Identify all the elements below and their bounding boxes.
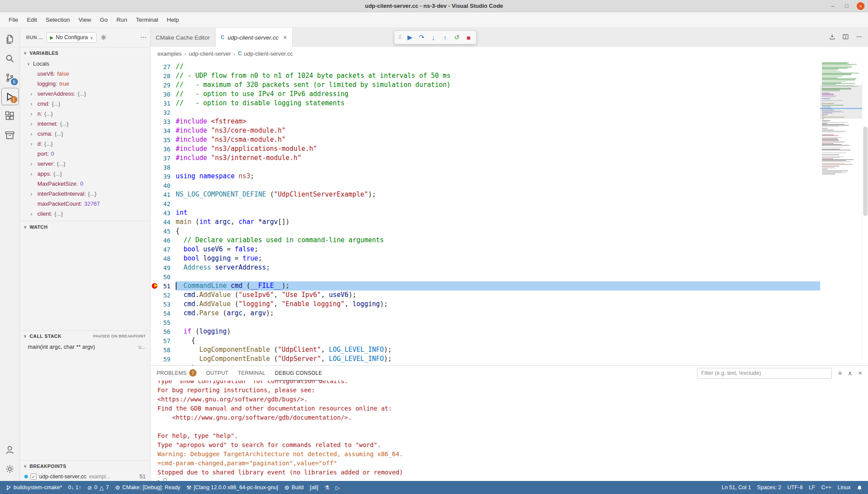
breakpoint-margin[interactable] bbox=[150, 117, 158, 126]
breadcrumb-item[interactable]: examples bbox=[157, 50, 182, 57]
code-line[interactable]: 34#include "ns3/core-module.h" bbox=[150, 126, 820, 135]
breakpoint-margin[interactable] bbox=[150, 108, 158, 117]
search-icon[interactable] bbox=[1, 49, 19, 68]
more-actions-icon[interactable]: ⋯ bbox=[140, 33, 147, 41]
code-area[interactable]: 27//28// - UDP flow from n0 to n1 of 102… bbox=[150, 60, 820, 365]
variable-row[interactable]: ›csma:{...} bbox=[20, 129, 150, 139]
code-line[interactable]: 50 bbox=[150, 272, 820, 281]
stop-button[interactable]: ■ bbox=[463, 32, 474, 43]
minimap[interactable] bbox=[820, 60, 862, 365]
cmake-kit[interactable]: ⚒[Clang 12.0.0 x86_64-pc-linux-gnu] bbox=[184, 481, 281, 494]
breakpoint-margin[interactable] bbox=[150, 199, 158, 208]
code-line[interactable]: 52 cmd.AddValue ("useIpv6", "Use Ipv6", … bbox=[150, 290, 820, 300]
run-and-debug-icon[interactable]: 1 bbox=[1, 88, 19, 105]
breakpoint-margin[interactable] bbox=[150, 62, 158, 71]
menu-item-run[interactable]: Run bbox=[112, 14, 132, 25]
variable-row[interactable]: port:0 bbox=[20, 149, 150, 159]
menu-item-terminal[interactable]: Terminal bbox=[131, 14, 162, 25]
code-line[interactable]: 27// bbox=[150, 62, 820, 71]
code-line[interactable]: 38 bbox=[150, 163, 820, 172]
breakpoint-row[interactable]: ✓ udp-client-server.cc exampl... 51 bbox=[20, 472, 150, 481]
code-line[interactable]: 47 bool useV6 = false; bbox=[150, 245, 820, 254]
tab-udp-client-server[interactable]: Cudp-client-server.cc× bbox=[216, 28, 293, 47]
code-line[interactable]: 46 // Declare variables used in command-… bbox=[150, 236, 820, 245]
close-button[interactable]: × bbox=[857, 2, 865, 10]
breakpoint-margin[interactable] bbox=[150, 80, 158, 90]
breakpoint-margin[interactable] bbox=[150, 318, 158, 327]
minimap-slider[interactable] bbox=[820, 85, 862, 119]
code-line[interactable]: 43int bbox=[150, 208, 820, 217]
variable-row[interactable]: ›server:{...} bbox=[20, 159, 150, 169]
variable-row[interactable]: useV6:false bbox=[20, 69, 150, 79]
menu-item-view[interactable]: View bbox=[74, 14, 96, 25]
code-line[interactable]: 35#include "ns3/csma-module.h" bbox=[150, 135, 820, 144]
breadcrumb-item[interactable]: Cudp-client-server.cc bbox=[238, 50, 293, 57]
code-line[interactable]: 40 bbox=[150, 181, 820, 190]
close-panel-icon[interactable]: × bbox=[858, 370, 862, 377]
breakpoint-margin[interactable] bbox=[150, 190, 158, 199]
tab-output[interactable]: OUTPUT bbox=[206, 366, 228, 381]
code-line[interactable]: 32 bbox=[150, 108, 820, 117]
breakpoint-margin[interactable] bbox=[150, 126, 158, 135]
variable-row[interactable]: ›serverAddress:{...} bbox=[20, 89, 150, 99]
code-line[interactable]: 56 if (logging) bbox=[150, 327, 820, 336]
menu-item-selection[interactable]: Selection bbox=[41, 14, 74, 25]
variable-row[interactable]: ›apps:{...} bbox=[20, 169, 150, 179]
scrollbar-slider[interactable] bbox=[863, 127, 868, 216]
code-line[interactable]: 29// - maximum of 320 packets sent (or l… bbox=[150, 80, 820, 90]
breakpoint-margin[interactable] bbox=[150, 208, 158, 217]
code-line[interactable]: 57 { bbox=[150, 336, 820, 345]
os-indicator[interactable]: Linux bbox=[835, 481, 854, 494]
variable-row[interactable]: ›internet:{...} bbox=[20, 119, 150, 129]
breakpoint-margin[interactable] bbox=[150, 364, 158, 365]
launch-configuration-dropdown[interactable]: ▶ No Configura ∨ bbox=[47, 32, 97, 43]
cmake-build[interactable]: ⚙Build bbox=[281, 481, 307, 494]
restart-button[interactable]: ↺ bbox=[451, 32, 463, 43]
configure-gear-icon[interactable] bbox=[100, 34, 107, 41]
breakpoint-margin[interactable] bbox=[150, 345, 158, 354]
encoding[interactable]: UTF-8 bbox=[784, 481, 805, 494]
code-line[interactable]: 58 LogComponentEnable ("UdpClient", LOG_… bbox=[150, 345, 820, 354]
breakpoint-margin[interactable] bbox=[150, 135, 158, 144]
breakpoint-margin[interactable] bbox=[150, 71, 158, 80]
code-line[interactable]: 48 bool logging = true; bbox=[150, 254, 820, 263]
breakpoint-margin[interactable] bbox=[150, 309, 158, 318]
breakpoint-margin[interactable] bbox=[150, 99, 158, 108]
breakpoint-checkbox[interactable]: ✓ bbox=[30, 474, 37, 480]
stack-frame[interactable]: main(int argc, char ** argv) u... bbox=[20, 342, 150, 352]
breakpoint-margin[interactable]: ▶ bbox=[150, 281, 158, 290]
menu-item-edit[interactable]: Edit bbox=[23, 14, 41, 25]
accounts-icon[interactable] bbox=[1, 440, 19, 459]
test-explorer-icon[interactable] bbox=[1, 125, 19, 144]
breakpoint-margin[interactable] bbox=[150, 154, 158, 163]
explorer-icon[interactable] bbox=[1, 30, 19, 49]
maximize-panel-icon[interactable]: ∧ bbox=[848, 370, 852, 377]
breakpoint-margin[interactable] bbox=[150, 163, 158, 172]
code-line[interactable]: 54 cmd.Parse (argc, argv); bbox=[150, 309, 820, 318]
git-branch-status[interactable]: buildsystem-cmake* bbox=[3, 481, 65, 494]
breakpoint-margin[interactable] bbox=[150, 263, 158, 272]
breadcrumb-item[interactable]: udp-client-server bbox=[189, 50, 231, 57]
variable-row[interactable]: ›interPacketInterval:{...} bbox=[20, 189, 150, 199]
maximize-button[interactable]: □ bbox=[843, 2, 851, 10]
cursor-position[interactable]: Ln 51, Col 1 bbox=[718, 481, 754, 494]
code-line[interactable]: 45{ bbox=[150, 227, 820, 236]
breakpoint-margin[interactable] bbox=[150, 172, 158, 181]
language-mode[interactable]: C++ bbox=[818, 481, 835, 494]
variable-row[interactable]: ›d:{...} bbox=[20, 139, 150, 149]
code-line[interactable]: 53 cmd.AddValue ("logging", "Enable logg… bbox=[150, 300, 820, 309]
source-control-icon[interactable]: 6 bbox=[1, 68, 19, 87]
tab-problems[interactable]: PROBLEMS7 bbox=[157, 366, 197, 381]
variable-row[interactable]: ›cmd:{...} bbox=[20, 99, 150, 109]
breakpoint-margin[interactable] bbox=[150, 327, 158, 336]
drag-handle[interactable]: ⠿ bbox=[396, 32, 404, 43]
scope-locals[interactable]: ∨ Locals bbox=[20, 59, 150, 69]
variables-header[interactable]: ∨ VARIABLES bbox=[20, 47, 150, 59]
menu-item-file[interactable]: File bbox=[4, 14, 23, 25]
code-line[interactable]: 37#include "ns3/internet-module.h" bbox=[150, 154, 820, 163]
breakpoint-margin[interactable] bbox=[150, 90, 158, 99]
split-editor-icon[interactable] bbox=[842, 33, 849, 42]
sync-status[interactable]: 0↓ 1↑ bbox=[65, 481, 84, 494]
console-input[interactable]: > bbox=[157, 477, 868, 481]
close-icon[interactable]: × bbox=[284, 34, 287, 41]
